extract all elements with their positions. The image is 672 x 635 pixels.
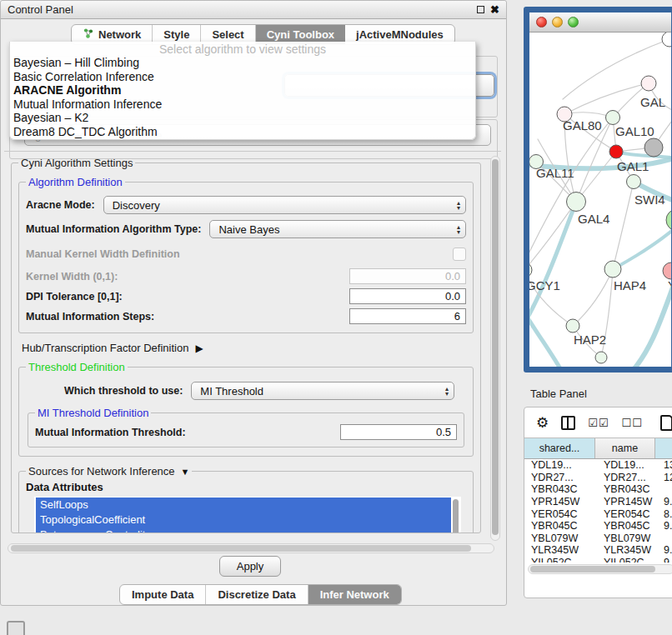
zoom-traffic-light-icon[interactable] [568, 17, 579, 28]
bottom-tab[interactable]: Discretize Data [206, 585, 308, 604]
cell-shared-name: YBL079W [524, 532, 595, 544]
algorithm-option[interactable]: Basic Correlation Inference [10, 70, 475, 84]
network-view-window: GALGAL80GAL10GAL1GAL11SWI4GAL4GCY1HAP4YH… [524, 7, 672, 372]
table-row[interactable]: YIL052C YIL052C 9 [524, 557, 672, 562]
network-canvas[interactable]: GALGAL80GAL10GAL1GAL11SWI4GAL4GCY1HAP4YH… [529, 32, 671, 368]
node-label: GAL10 [615, 124, 654, 138]
network-node[interactable] [662, 32, 672, 47]
algorithm-option[interactable]: Bayesian – K2 [10, 111, 475, 125]
close-traffic-light-icon[interactable] [536, 17, 547, 28]
algorithm-option[interactable]: Mutual Information Inference [10, 98, 475, 112]
deselect-all-checkboxes-icon[interactable] [622, 415, 643, 430]
cell-name: YBR045C [595, 520, 655, 532]
table-row[interactable]: YER054C YER054C 8. [524, 508, 672, 520]
hub-definition-toggle[interactable]: Hub/Transcription Factor Definition ▶ [22, 342, 474, 354]
network-edge [529, 202, 576, 326]
cell-name: YPR145W [595, 496, 655, 508]
network-node[interactable] [595, 352, 607, 363]
column-header[interactable]: shared... [524, 438, 595, 458]
network-edge [529, 308, 564, 368]
tab-label: Cyni Toolbox [267, 28, 334, 41]
table-row[interactable]: YLR345W YLR345W 9. [524, 544, 672, 557]
node-label: HAP2 [574, 332, 606, 347]
table-row[interactable]: YDR27... YDR27... 12 [524, 472, 672, 484]
algorithm-option[interactable]: ARACNE Algorithm [10, 83, 475, 98]
table-panel: ⚙ shared... name YDL19... YDL19... 13 YD… [524, 407, 672, 598]
settings-horizontal-scrollbar[interactable] [8, 543, 494, 553]
network-node[interactable] [641, 76, 656, 91]
corner-button-fragment[interactable] [7, 621, 25, 635]
network-node[interactable] [644, 138, 663, 157]
table-row[interactable]: YBR045C YBR045C 9. [524, 520, 672, 532]
minimize-traffic-light-icon[interactable] [552, 17, 563, 28]
network-node[interactable] [663, 262, 672, 279]
list-scrollbar[interactable] [453, 499, 459, 533]
mi-threshold-label: Mutual Information Threshold: [35, 427, 186, 438]
column-header[interactable] [655, 438, 672, 458]
table-row[interactable]: YDL19... YDL19... 13 [524, 459, 672, 472]
control-panel-titlebar: Control Panel ✖ [1, 1, 506, 19]
network-edge [613, 182, 634, 269]
network-node[interactable] [567, 192, 586, 212]
network-node[interactable] [529, 262, 532, 278]
select-all-checkboxes-icon[interactable] [588, 415, 609, 430]
threshold-definition-group: Threshold Definition Which threshold to … [18, 361, 474, 457]
column-header-label: name [612, 442, 638, 454]
control-panel-title: Control Panel [8, 3, 73, 16]
close-icon[interactable]: ✖ [490, 6, 499, 14]
chevron-down-icon[interactable]: ▼ [181, 467, 190, 477]
algorithm-option[interactable]: Dream8 DC_TDC Algorithm [10, 125, 475, 139]
gear-icon[interactable]: ⚙ [536, 416, 549, 430]
data-attributes-label: Data Attributes [26, 481, 466, 493]
table-row[interactable]: YPR145W YPR145W 9. [524, 496, 672, 508]
node-label: SWI4 [634, 192, 665, 207]
network-node[interactable] [566, 319, 579, 332]
network-node[interactable] [606, 111, 620, 125]
column-header[interactable]: name [595, 438, 655, 458]
network-edge [616, 152, 672, 159]
aracne-mode-select[interactable]: Discovery [103, 196, 466, 214]
node-label: Y [668, 278, 672, 292]
table-row[interactable]: YBR043C YBR043C [524, 483, 672, 496]
attribute-item-selected[interactable]: SelfLoops [36, 498, 451, 512]
node-label: GAL80 [563, 118, 602, 132]
attribute-item-selected[interactable]: TopologicalCoefficient [36, 512, 451, 528]
table-row[interactable]: YBL079W YBL079W [524, 532, 672, 545]
cell-shared-name: YBR045C [524, 520, 595, 532]
network-node[interactable] [609, 145, 623, 158]
mi-type-select[interactable]: Naive Bayes [209, 220, 466, 238]
tab-label: Style [163, 28, 189, 41]
divider [4, 151, 501, 152]
tab-label: Infer Network [320, 588, 389, 601]
mi-steps-field[interactable]: 6 [349, 308, 466, 324]
mi-threshold-field[interactable]: 0.5 [340, 424, 457, 440]
cell-name: YER054C [595, 508, 655, 520]
columns-icon[interactable] [561, 416, 575, 430]
cell-shared-name: YBR043C [524, 483, 595, 495]
which-threshold-select[interactable]: MI Threshold [191, 382, 454, 400]
mi-threshold-group: MI Threshold Definition Mutual Informati… [28, 407, 464, 448]
cyni-algorithm-settings-group: Cyni Algorithm Settings Algorithm Defini… [11, 157, 481, 533]
cell-shared-name: YDR27... [524, 472, 595, 483]
bottom-tab[interactable]: Impute Data [120, 585, 206, 604]
float-window-icon[interactable] [477, 6, 484, 13]
network-node[interactable] [604, 261, 621, 278]
mi-steps-label: Mutual Information Steps: [26, 311, 154, 322]
new-table-icon[interactable] [660, 415, 672, 431]
settings-vertical-scrollbar[interactable] [490, 156, 500, 541]
attribute-item-selected[interactable]: BetweennessCentrality [36, 528, 451, 533]
which-threshold-label: Which threshold to use: [64, 385, 183, 397]
table-horizontal-scrollbar[interactable] [528, 564, 672, 574]
node-label: GAL [640, 95, 665, 109]
algorithm-option[interactable]: Bayesian – Hill Climbing [10, 56, 475, 70]
bottom-tab[interactable]: Infer Network [308, 585, 401, 604]
dpi-tolerance-field[interactable]: 0.0 [349, 288, 466, 304]
apply-button[interactable]: Apply [219, 556, 281, 577]
network-node[interactable] [627, 175, 641, 189]
cell-name: YIL052C [595, 557, 655, 562]
data-attributes-list[interactable]: SelfLoops TopologicalCoefficient Between… [34, 497, 461, 533]
control-panel: Control Panel ✖ Network Style Select [0, 0, 507, 606]
aracne-mode-value: Discovery [113, 199, 160, 212]
network-node[interactable] [666, 209, 672, 231]
manual-kernel-checkbox[interactable] [453, 248, 466, 261]
